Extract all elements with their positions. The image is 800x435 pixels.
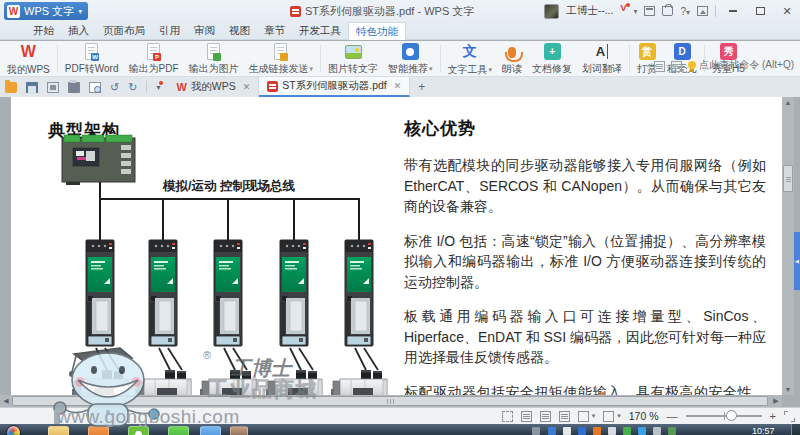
tray-icon[interactable]	[608, 427, 616, 435]
tray-icon[interactable]	[563, 427, 571, 435]
zoom-in-button[interactable]: +	[770, 410, 776, 422]
taskbar-photo-icon[interactable]	[230, 426, 248, 435]
divider	[715, 5, 716, 17]
doc-tab-my-wps[interactable]: W 我的WPS ✕	[168, 77, 259, 97]
skin-icon[interactable]	[644, 6, 655, 16]
fullscreen-icon[interactable]	[784, 411, 795, 422]
minimize-button[interactable]	[723, 3, 743, 19]
page-color-icon[interactable]	[578, 411, 589, 422]
eye-protect-icon[interactable]	[603, 411, 614, 422]
word-translate-button[interactable]: A 划词翻译	[577, 41, 627, 76]
page-mode-icon[interactable]	[540, 411, 551, 422]
divider	[440, 45, 441, 72]
zoom-slider[interactable]	[686, 415, 762, 417]
tray-icon[interactable]	[593, 427, 601, 435]
close-tab-icon[interactable]: ✕	[394, 81, 402, 91]
vip-badge: V	[620, 3, 626, 13]
find-command-hint[interactable]: 点此查找命令 (Alt+Q)	[688, 58, 794, 72]
taskbar-browser-icon[interactable]	[128, 426, 149, 435]
scroll-up-icon[interactable]: ▲	[782, 97, 794, 108]
doc-repair-button[interactable]: + 文档修复	[527, 41, 577, 76]
tray-icon[interactable]	[668, 427, 676, 435]
undo-icon[interactable]: ↺	[110, 82, 119, 93]
print-icon[interactable]	[68, 82, 80, 93]
close-tab-icon[interactable]: ✕	[243, 82, 251, 92]
read-mode-icon[interactable]	[521, 411, 532, 422]
show-desktop-button[interactable]	[791, 424, 800, 435]
help-icon[interactable]: ?▾	[680, 6, 690, 17]
taskbar-clock[interactable]: 10:57	[752, 426, 775, 435]
taskbar-app-icon[interactable]	[200, 426, 221, 435]
redo-icon[interactable]: ↻	[128, 82, 137, 93]
tab-special-features[interactable]: 特色功能	[348, 22, 406, 40]
print-preview-icon[interactable]	[89, 82, 101, 93]
tray-icon[interactable]	[578, 427, 586, 435]
taskbar-app-icon[interactable]	[88, 426, 109, 435]
zoom-slider-knob[interactable]	[726, 410, 737, 421]
tab-page-layout[interactable]: 页面布局	[96, 22, 152, 40]
read-aloud-button[interactable]: 朗读	[497, 41, 527, 76]
vertical-scrollbar[interactable]: ▲ ▼	[782, 97, 794, 395]
tab-insert[interactable]: 插入	[61, 22, 96, 40]
tab-view[interactable]: 视图	[222, 22, 257, 40]
text-tools-icon: 文	[463, 43, 477, 61]
store-icon[interactable]	[662, 6, 673, 16]
tray-icon[interactable]	[638, 427, 646, 435]
pdf-file-icon	[267, 81, 278, 92]
open-icon[interactable]	[5, 82, 17, 93]
tab-references[interactable]: 引用	[152, 22, 187, 40]
fit-page-icon[interactable]	[502, 411, 513, 422]
zoom-level[interactable]: 170 %	[629, 410, 659, 422]
divider	[629, 45, 630, 72]
tray-show-hidden-icon[interactable]	[532, 427, 540, 435]
export-icon[interactable]	[47, 82, 59, 93]
task-pane-handle[interactable]: ◀	[794, 232, 800, 290]
wps-app-button[interactable]: W WPS 文字 ▾	[4, 2, 88, 20]
tab-review[interactable]: 审阅	[187, 22, 222, 40]
vertical-scroll-thumb[interactable]	[783, 165, 793, 192]
user-menu-chevron-icon[interactable]: ▾	[633, 7, 637, 16]
tray-icon[interactable]	[653, 427, 661, 435]
windows-taskbar: 10:57	[0, 424, 800, 435]
document-title: ST系列伺服驱动器.pdf - WPS 文字	[290, 4, 474, 19]
maximize-button[interactable]	[750, 3, 770, 19]
export-image-button[interactable]: 输出为图片	[184, 41, 244, 76]
scroll-down-icon[interactable]: ▼	[782, 384, 794, 395]
taskbar-explorer-icon[interactable]	[48, 426, 69, 435]
text-tools-button[interactable]: 文 文字工具	[443, 41, 498, 76]
customize-toolbar-icon[interactable]: ▾	[156, 83, 160, 92]
collapse-ribbon-icon[interactable]	[697, 6, 708, 16]
user-avatar[interactable]	[544, 4, 559, 19]
tray-icon[interactable]	[548, 427, 556, 435]
tab-developer[interactable]: 开发工具	[292, 22, 348, 40]
taskbar-wechat-icon[interactable]	[168, 426, 189, 435]
close-button[interactable]: ✕	[777, 3, 797, 19]
list-icon[interactable]	[671, 61, 682, 72]
doc-repair-icon: +	[544, 43, 561, 60]
save-icon[interactable]	[26, 82, 38, 93]
pdf-to-word-button[interactable]: W PDF转Word	[60, 41, 124, 76]
user-name[interactable]: 工博士--...	[566, 4, 613, 18]
image-to-text-button[interactable]: 图片转文字	[323, 41, 383, 76]
zoom-out-button[interactable]: —	[667, 410, 678, 422]
scroll-left-icon[interactable]: ◀	[0, 395, 12, 407]
horizontal-scrollbar[interactable]: ◀ ▶	[0, 395, 782, 407]
share-link-button[interactable]: 生成链接发送	[244, 41, 319, 76]
outline-mode-icon[interactable]	[559, 411, 570, 422]
tab-home[interactable]: 开始	[26, 22, 61, 40]
window-header: W WPS 文字 ▾ ST系列伺服驱动器.pdf - WPS 文字 工博士--.…	[0, 0, 800, 40]
doc-tab-pdf[interactable]: ST系列伺服驱动器.pdf ✕	[259, 77, 410, 97]
layout-icon[interactable]	[654, 61, 665, 72]
horizontal-scroll-thumb[interactable]	[12, 396, 768, 406]
tab-section[interactable]: 章节	[257, 22, 292, 40]
titlebar-controls: 工博士--... V ▾ ?▾ ✕	[544, 2, 797, 20]
tray-icon[interactable]	[623, 427, 631, 435]
new-tab-button[interactable]: +	[410, 77, 433, 97]
scroll-right-icon[interactable]: ▶	[770, 395, 782, 407]
export-pdf-button[interactable]: P 输出为PDF	[124, 41, 184, 76]
smart-recommend-button[interactable]: 智能推荐	[383, 41, 438, 76]
pdf-file-icon	[290, 6, 301, 17]
start-button[interactable]	[6, 425, 21, 435]
document-area: 典型架构 模拟/运动 控制现场总线	[0, 97, 800, 407]
my-wps-button[interactable]: W 我的WPS	[2, 41, 55, 76]
